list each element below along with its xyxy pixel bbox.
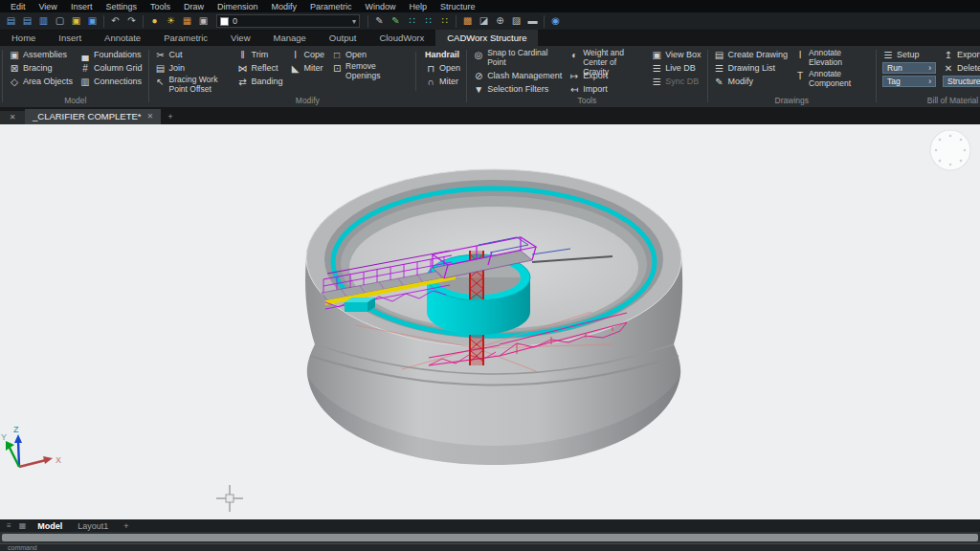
layer-on-icon[interactable]: ●	[146, 12, 163, 30]
ribbon-item-create-drawing[interactable]: ▤Create Drawing	[714, 48, 789, 61]
ribbon-item-cope[interactable]: ICope	[290, 48, 325, 61]
layer-unisolate-icon[interactable]: ∷	[436, 12, 453, 30]
ribbon-item-drawing-list[interactable]: ☰Drawing List	[714, 61, 789, 75]
ribbon-item-bracing-work-point-offset[interactable]: ↖Bracing Work Point Offset	[155, 75, 231, 96]
ribbon-item-open[interactable]: □Open	[331, 48, 407, 61]
ribbon-item-area-objects[interactable]: ◇Area Objects	[9, 75, 73, 88]
ucs-icon[interactable]: Z Y X	[1, 425, 61, 467]
ribbon-item-selection-filters[interactable]: ▼Selection Filters	[473, 82, 562, 96]
tab-annotate[interactable]: Annotate	[93, 30, 152, 46]
layer-isolate-icon[interactable]: ∷	[420, 12, 436, 30]
match-properties-icon[interactable]: ✎	[371, 12, 388, 30]
launder-box[interactable]	[345, 298, 375, 312]
tab-list-icon[interactable]: ≡	[4, 521, 14, 530]
tab-home[interactable]: Home	[0, 30, 47, 46]
tab-manage[interactable]: Manage	[262, 30, 318, 46]
tab-cloudworx[interactable]: CloudWorx	[368, 30, 435, 46]
bom-tag-button[interactable]: Tag›	[882, 76, 936, 87]
ribbon-item-bom-setup[interactable]: ☰Setup	[882, 48, 936, 61]
ribbon-item-annotate-elevation[interactable]: IAnnotate Elevation	[794, 48, 870, 69]
new-document-tab-button[interactable]: +	[161, 109, 180, 124]
model-viewport[interactable]: Z Y X	[0, 124, 980, 519]
ribbon-item-banding[interactable]: ⇄Banding	[237, 75, 283, 88]
ribbon-item-handrail-open[interactable]: ⊓Open	[425, 61, 460, 75]
ribbon-item-column-grid[interactable]: #Column Grid	[79, 61, 143, 75]
ribbon-item-connections[interactable]: ▥Connections	[79, 75, 143, 88]
ribbon-item-bracing[interactable]: ⊠Bracing	[9, 61, 73, 75]
ribbon-item-trim[interactable]: ‖Trim	[237, 48, 283, 61]
print-icon[interactable]: ▣	[84, 12, 100, 30]
ribbon-item-annotate-component[interactable]: Annotate ComponentTAnnotate Component	[794, 69, 870, 90]
ribbon-item-view-box[interactable]: ▣View Box	[651, 48, 701, 61]
render-icon[interactable]: ▬	[524, 12, 541, 30]
ribbon-item-cut[interactable]: ✂Cut	[155, 48, 231, 61]
save-as-icon[interactable]: ▥	[35, 12, 52, 30]
menu-modify[interactable]: Modify	[264, 2, 303, 11]
command-line[interactable]: command	[0, 543, 980, 551]
find-icon[interactable]: ⊕	[492, 12, 508, 30]
eraser-icon[interactable]: ◪	[476, 12, 492, 30]
close-icon[interactable]: ✕	[147, 112, 154, 121]
menu-insert[interactable]: Insert	[64, 2, 100, 11]
grid-icon[interactable]: ▦	[16, 521, 30, 530]
layer-plot-icon[interactable]: ▣	[195, 12, 212, 30]
ribbon-item-import[interactable]: ↤Import	[568, 82, 644, 96]
add-layout-button[interactable]: +	[117, 521, 135, 531]
ribbon-item-export-bom[interactable]: ↥Export BOM	[943, 48, 980, 61]
tab-parametric[interactable]: Parametric	[152, 30, 219, 46]
ribbon-item-join[interactable]: ▤Join	[155, 61, 231, 75]
settings-sheet-icon[interactable]: ▨	[508, 12, 524, 30]
menu-window[interactable]: Window	[359, 2, 403, 11]
ribbon-item-drawing-modify[interactable]: ✎Modify	[714, 75, 789, 88]
tab-output[interactable]: Output	[318, 30, 368, 46]
tab-cadworx-structure[interactable]: CADWorx Structure	[435, 30, 538, 46]
ribbon-item-reflect[interactable]: ⋈Reflect	[237, 61, 283, 75]
menu-draw[interactable]: Draw	[177, 2, 211, 11]
layer-thaw-icon[interactable]: ☀	[163, 12, 179, 30]
tab-insert[interactable]: Insert	[47, 30, 93, 46]
layer-state-icon[interactable]: ∷	[404, 12, 420, 30]
document-tab-partial[interactable]: ✕	[0, 111, 25, 124]
properties-palette-icon[interactable]: ▩	[459, 12, 476, 30]
ribbon-item-bom-delete[interactable]: ✕Delete	[943, 61, 980, 75]
ribbon-item-assemblies[interactable]: ▣Assemblies	[9, 48, 73, 61]
document-tab-clarifier[interactable]: _CLARIFIER COMPLETE* ✕	[25, 109, 161, 124]
bom-run-button[interactable]: Run›	[882, 62, 936, 74]
layers-icon[interactable]: ▦	[179, 12, 195, 30]
ribbon-item-remove-openings[interactable]: ⊡Remove Openings	[331, 61, 407, 82]
new-file-icon[interactable]: ▢	[52, 12, 68, 30]
save-icon[interactable]: ▤	[3, 12, 19, 30]
ribbon-item-miter[interactable]: ◣Miter	[290, 61, 325, 75]
menu-help[interactable]: Help	[403, 2, 434, 11]
redo-icon[interactable]: ↷	[123, 12, 140, 30]
menu-edit[interactable]: Edit	[4, 2, 33, 11]
model-space-tab[interactable]: Model	[31, 521, 69, 531]
save-all-icon[interactable]: ▤	[19, 12, 35, 30]
menu-dimension[interactable]: Dimension	[211, 2, 265, 11]
menu-parametric[interactable]: Parametric	[303, 2, 359, 11]
ribbon-item-snap-to-cardinal-point[interactable]: ◎Snap to Cardinal Point	[473, 48, 562, 69]
menu-tools[interactable]: Tools	[144, 2, 177, 11]
horizontal-scrollbar[interactable]	[0, 532, 980, 543]
layer-dropdown[interactable]: 0 ▾	[216, 14, 360, 28]
ribbon-item-clash-management[interactable]: ⊘Clash Management	[473, 69, 562, 82]
print-preview-icon[interactable]: ▣	[68, 12, 84, 30]
tab-view[interactable]: View	[219, 30, 261, 46]
menu-structure[interactable]: Structure	[434, 2, 482, 11]
ribbon-item-foundations[interactable]: ▄Foundations	[79, 48, 143, 61]
undo-icon[interactable]: ↶	[107, 12, 123, 30]
menu-settings[interactable]: Settings	[99, 2, 144, 11]
ribbon-item-handrail-miter[interactable]: ∩Miter	[425, 75, 460, 88]
navigation-compass[interactable]	[930, 130, 970, 170]
ribbon-item-weight-and-cog[interactable]: ◐Weight and Center of Gravity	[568, 48, 644, 69]
about-icon[interactable]: ◉	[547, 12, 564, 30]
chevron-down-icon[interactable]: ▾	[352, 17, 356, 26]
close-icon[interactable]: ✕	[10, 113, 16, 121]
ribbon-item-export[interactable]: ↦Export	[568, 69, 644, 82]
edit-entity-icon[interactable]: ✎	[388, 12, 404, 30]
ribbon-item-live-db[interactable]: ☰Live DB	[651, 61, 701, 75]
layout1-tab[interactable]: Layout1	[71, 521, 115, 531]
bom-structure-boi-button[interactable]: Structure BOI›	[943, 76, 980, 87]
menu-view[interactable]: View	[33, 2, 64, 11]
scrollbar-thumb[interactable]	[2, 534, 978, 541]
